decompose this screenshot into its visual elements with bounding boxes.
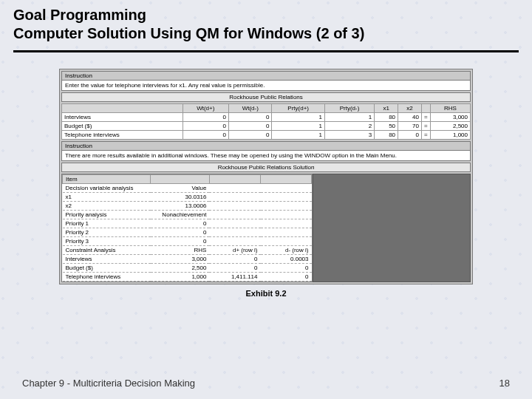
list-item: Interviews3,00000.0003 [63, 255, 312, 264]
list-item: Priority 20 [63, 228, 312, 237]
instruction-panel-2: Instruction There are more results avail… [61, 141, 471, 161]
col-rhs: RHS [430, 104, 470, 113]
list-item: Telephone interviews1,0001,411.1140 [63, 273, 312, 282]
results-area: Item Decision variable analysisValue x13… [61, 174, 471, 282]
list-item: Priority analysisNonachievement [63, 211, 312, 219]
table-row: Interviews 0 0 1 1 80 40 = 3,000 [62, 113, 471, 122]
caption-strip-2: Rockhouse Public Relations Solution [61, 163, 471, 172]
caption-strip-1: Rockhouse Public Relations [61, 92, 471, 102]
exhibit-label: Exhibit 9.2 [0, 289, 532, 298]
table-row: Budget ($) 0 0 1 2 50 70 = 2,500 [62, 122, 471, 131]
col-sign [421, 104, 430, 113]
instruction-head-1: Instruction [62, 72, 470, 81]
grid-header-row: Wt(d+) Wt(d-) Prty(d+) Prty(d-) x1 x2 RH… [62, 104, 471, 113]
title-line-2: Computer Solution Using QM for Windows (… [13, 24, 519, 43]
instruction-body-2: There are more results available in addi… [62, 151, 470, 160]
qm-windows-app: Instruction Enter the value for telephon… [59, 69, 473, 284]
results-table: Item Decision variable analysisValue x13… [61, 174, 313, 282]
list-item: x130.0316 [63, 193, 312, 202]
input-grid: Wt(d+) Wt(d-) Prty(d+) Prty(d-) x1 x2 RH… [61, 103, 471, 140]
instruction-body-1: Enter the value for telephone interviews… [62, 81, 470, 90]
col-wt-dminus: Wt(d-) [229, 104, 272, 113]
col-prty-dminus: Prty(d-) [324, 104, 374, 113]
col-x1: x1 [375, 104, 398, 113]
col-blank [62, 104, 183, 113]
col-prty-dplus: Prty(d+) [272, 104, 324, 113]
empty-pane [313, 174, 471, 282]
chapter-label: Chapter 9 - Multicriteria Decision Makin… [22, 378, 195, 389]
list-item: Budget ($)2,50000 [63, 264, 312, 273]
list-item: Priority 10 [63, 219, 312, 228]
instruction-head-2: Instruction [62, 142, 470, 151]
title-rule [13, 50, 519, 52]
page-number: 18 [499, 378, 510, 389]
title-line-1: Goal Programming [13, 6, 519, 24]
col-wt-dplus: Wt(d+) [183, 104, 229, 113]
results-item-head: Item [63, 175, 151, 184]
list-item: x213.0006 [63, 202, 312, 211]
results-header: Item [63, 175, 312, 184]
instruction-panel-1: Instruction Enter the value for telephon… [61, 71, 471, 91]
list-item: Priority 30 [63, 237, 312, 246]
list-item: Decision variable analysisValue [63, 184, 312, 193]
list-item: Constraint AnalysisRHSd+ (row i)d- (row … [63, 246, 312, 255]
table-row: Telephone interviews 0 0 1 3 80 0 = 1,00… [62, 131, 471, 140]
col-x2: x2 [398, 104, 422, 113]
slide-title: Goal Programming Computer Solution Using… [0, 0, 532, 47]
slide-footer: Chapter 9 - Multicriteria Decision Makin… [0, 378, 532, 389]
